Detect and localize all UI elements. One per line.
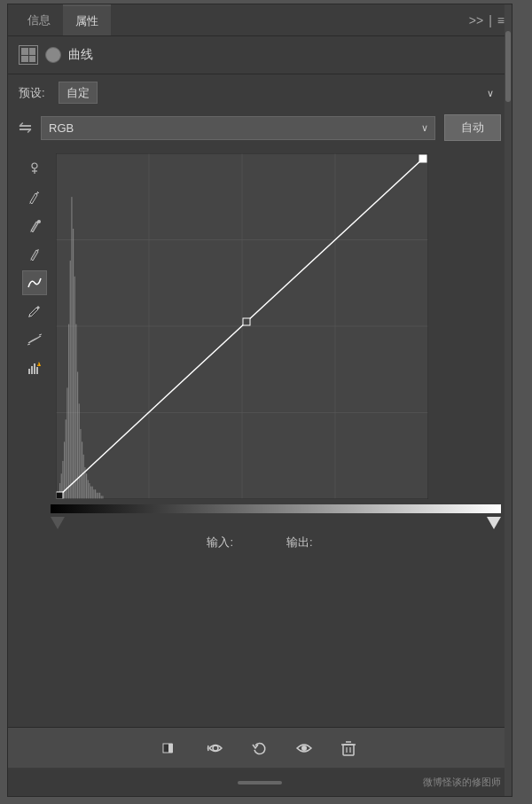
divider: | [489, 13, 492, 27]
svg-point-13 [301, 745, 307, 751]
channel-select-wrap: RGB [41, 116, 435, 140]
svg-rect-5 [28, 369, 30, 374]
curve-area[interactable] [56, 153, 501, 499]
svg-rect-6 [31, 366, 33, 374]
tools-panel: ! [19, 153, 51, 499]
auto-button[interactable]: 自动 [444, 114, 501, 141]
gradient-bar [51, 504, 501, 513]
svg-rect-8 [36, 367, 38, 374]
white-point-slider[interactable] [487, 517, 501, 529]
scrollbar-thumb[interactable] [505, 31, 511, 102]
preset-select-wrap: 自定 [59, 82, 501, 104]
black-point-slider[interactable] [51, 517, 65, 529]
io-row: 输入: 输出: [8, 529, 512, 556]
sample-point-tool[interactable] [22, 157, 47, 182]
curve-smooth-tool[interactable] [22, 270, 47, 295]
tab-bar: 信息 属性 >> | ≡ [8, 4, 512, 36]
input-label: 输入: [207, 535, 233, 550]
svg-point-4 [37, 220, 41, 223]
tab-right-controls: >> | ≡ [469, 13, 505, 27]
svg-point-12 [213, 745, 218, 751]
clip-shadows-button[interactable] [158, 735, 184, 761]
bottom-tab-handle[interactable] [238, 781, 282, 784]
toggle-visibility-button[interactable] [291, 735, 317, 761]
channel-row: ⇌ RGB 自动 [8, 111, 512, 148]
svg-rect-14 [343, 745, 354, 755]
preset-select[interactable]: 自定 [59, 82, 98, 104]
svg-rect-7 [34, 363, 35, 374]
tab-properties[interactable]: 属性 [63, 4, 111, 35]
reset-button[interactable] [246, 735, 273, 761]
white-eyedropper-tool[interactable] [22, 185, 47, 210]
preset-label: 预设: [19, 85, 50, 101]
black-eyedropper-tool[interactable] [22, 214, 47, 238]
scrollbar[interactable] [505, 4, 512, 796]
section-header: 曲线 [8, 36, 512, 74]
menu-icon[interactable]: ≡ [497, 13, 505, 27]
svg-rect-11 [168, 744, 173, 753]
bottom-toolbar [8, 727, 512, 768]
svg-point-0 [32, 163, 37, 168]
svg-text:!: ! [38, 363, 39, 367]
section-title: 曲线 [68, 47, 93, 63]
view-previous-button[interactable] [202, 735, 229, 761]
curves-container: ! [8, 148, 512, 504]
adjustment-grid-icon [19, 45, 38, 65]
watermark: 微博怪谈的修图师 [423, 776, 501, 789]
expand-icon[interactable]: >> [469, 13, 483, 27]
circle-icon [45, 47, 61, 63]
pencil-tool[interactable] [22, 299, 47, 324]
histogram-warning-tool[interactable]: ! [22, 355, 47, 380]
channel-select[interactable]: RGB [41, 116, 435, 140]
preset-row: 预设: 自定 [8, 74, 512, 111]
midtone-eyedropper-tool[interactable] [22, 242, 47, 267]
smooth-curve-tool[interactable] [22, 327, 47, 352]
gradient-slider-area [51, 504, 501, 529]
tab-info[interactable]: 信息 [15, 4, 63, 35]
delete-button[interactable] [335, 735, 362, 761]
curve-canvas[interactable] [56, 153, 428, 499]
output-label: 输出: [286, 535, 313, 550]
channel-arrow-icon[interactable]: ⇌ [19, 118, 32, 137]
